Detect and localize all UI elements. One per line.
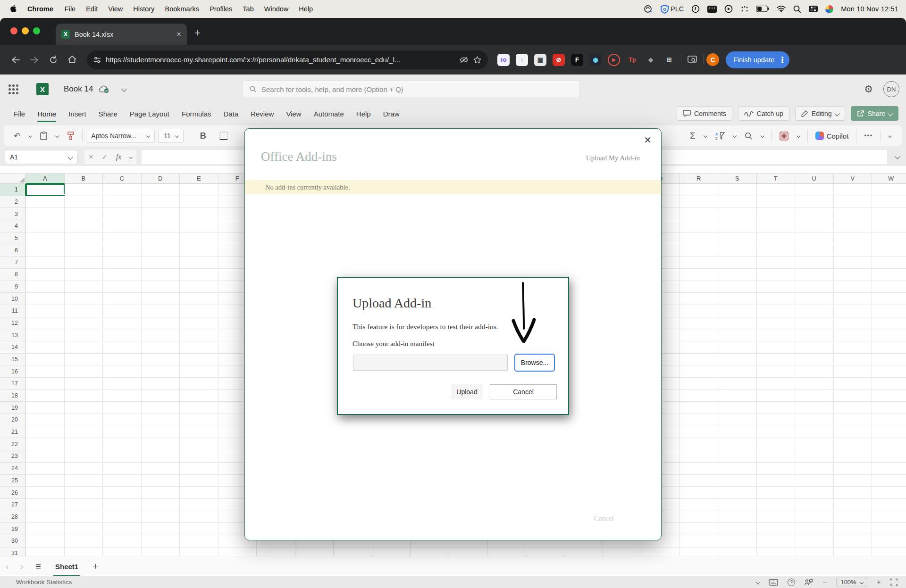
cell-B5[interactable] [65, 232, 103, 245]
expand-formula-bar-icon[interactable] [895, 154, 900, 159]
ribbon-tab-home[interactable]: Home [31, 104, 62, 124]
cell-E18[interactable] [180, 390, 218, 402]
ribbon-tab-page-layout[interactable]: Page Layout [124, 104, 176, 124]
cell-W9[interactable] [872, 281, 906, 293]
row-header-23[interactable]: 23 [0, 450, 26, 463]
control-center-icon[interactable] [809, 6, 818, 12]
row-header-20[interactable]: 20 [0, 414, 26, 426]
shield-extension-icon[interactable]: ◆ [645, 54, 657, 66]
catch-up-button[interactable]: Catch up [738, 106, 789, 121]
cell-C19[interactable] [103, 402, 142, 414]
site-settings-icon[interactable] [93, 57, 101, 63]
cell-V12[interactable] [834, 317, 872, 330]
cell-W26[interactable] [872, 487, 906, 499]
cell-W28[interactable] [872, 511, 906, 523]
cell-W16[interactable] [872, 365, 906, 378]
cell-R6[interactable] [680, 244, 719, 257]
cell-E21[interactable] [180, 426, 218, 439]
autosum-chevron-icon[interactable] [700, 134, 711, 137]
f-extension-icon[interactable]: F [571, 54, 583, 66]
cell-T16[interactable] [757, 365, 796, 378]
cell-E13[interactable] [180, 329, 218, 341]
column-header-V[interactable]: V [834, 173, 872, 184]
cell-W25[interactable] [872, 475, 906, 487]
ribbon-tab-review[interactable]: Review [244, 104, 280, 124]
cell-R15[interactable] [680, 354, 719, 366]
cell-U13[interactable] [795, 329, 834, 341]
cell-A9[interactable] [26, 281, 65, 293]
cell-W8[interactable] [872, 269, 906, 281]
cell-E11[interactable] [180, 305, 218, 317]
cell-V1[interactable] [834, 184, 872, 196]
url-text[interactable]: https://studentmonroecc-my.sharepoint.co… [106, 56, 454, 64]
row-header-12[interactable]: 12 [0, 317, 26, 330]
cell-E22[interactable] [180, 438, 218, 450]
document-title[interactable]: Book 14 [64, 84, 93, 94]
cell-B29[interactable] [65, 523, 103, 535]
cell-W2[interactable] [872, 196, 906, 208]
cell-U20[interactable] [795, 414, 834, 426]
upload-button[interactable]: Upload [451, 384, 483, 399]
status-chevron-icon[interactable] [756, 580, 760, 584]
cell-V6[interactable] [834, 244, 872, 257]
cell-D29[interactable] [142, 523, 180, 535]
cell-E30[interactable] [180, 535, 218, 547]
cell-U2[interactable] [795, 196, 834, 208]
cell-B16[interactable] [65, 365, 103, 378]
fx-chevron-icon[interactable] [129, 155, 133, 158]
tp-extension-icon[interactable]: Tp [626, 54, 638, 66]
cell-B21[interactable] [65, 426, 103, 439]
share-button[interactable]: Share [851, 106, 898, 121]
cell-C29[interactable] [103, 523, 142, 535]
menu-edit[interactable]: Edit [81, 5, 103, 13]
row-header-7[interactable]: 7 [0, 257, 26, 269]
cell-B22[interactable] [65, 438, 103, 450]
borders-button[interactable] [215, 132, 232, 140]
cell-V29[interactable] [834, 523, 872, 535]
cell-E15[interactable] [180, 354, 218, 366]
cell-A28[interactable] [26, 511, 65, 523]
cell-E29[interactable] [180, 523, 218, 535]
column-header-S[interactable]: S [718, 173, 757, 184]
cell-S5[interactable] [718, 232, 757, 245]
row-header-10[interactable]: 10 [0, 293, 26, 305]
cell-S10[interactable] [718, 293, 757, 305]
cell-U4[interactable] [795, 220, 834, 232]
cell-D15[interactable] [142, 354, 180, 366]
dialog-close-icon[interactable]: ✕ [644, 134, 652, 146]
cell-B7[interactable] [65, 257, 103, 269]
cell-S25[interactable] [718, 475, 757, 487]
menu-tab[interactable]: Tab [237, 5, 259, 13]
cell-S24[interactable] [718, 463, 757, 475]
cell-S14[interactable] [718, 341, 757, 354]
cell-C1[interactable] [103, 184, 142, 196]
cell-W10[interactable] [872, 293, 906, 305]
spotlight-search-icon[interactable] [793, 5, 801, 13]
cell-V17[interactable] [834, 378, 872, 390]
comments-button[interactable]: Comments [677, 106, 732, 121]
cell-R28[interactable] [680, 511, 719, 523]
cell-S2[interactable] [718, 196, 757, 208]
row-header-11[interactable]: 11 [0, 305, 26, 317]
row-header-21[interactable]: 21 [0, 426, 26, 439]
cell-T18[interactable] [757, 390, 796, 402]
ro-extension-icon[interactable]: ro [497, 54, 510, 66]
cell-R10[interactable] [680, 293, 719, 305]
collapse-ribbon-chevron-icon[interactable] [884, 134, 896, 137]
find-chevron-icon[interactable] [757, 134, 768, 137]
cell-A24[interactable] [26, 463, 65, 475]
cell-V9[interactable] [834, 281, 872, 293]
row-header-17[interactable]: 17 [0, 378, 26, 390]
cell-D2[interactable] [142, 196, 180, 208]
doc-upload-extension-icon[interactable]: ↑ [516, 54, 528, 66]
cell-B14[interactable] [65, 341, 103, 354]
cell-W12[interactable] [872, 317, 906, 330]
bookmark-star-icon[interactable] [473, 56, 481, 64]
paste-button[interactable] [36, 132, 51, 140]
font-name-combobox[interactable]: Aptos Narrow... [86, 129, 155, 143]
cell-U5[interactable] [795, 232, 834, 245]
cell-C5[interactable] [103, 232, 142, 245]
cell-S19[interactable] [718, 402, 757, 414]
active-cell-selection[interactable] [26, 184, 65, 196]
cell-U10[interactable] [795, 293, 834, 305]
